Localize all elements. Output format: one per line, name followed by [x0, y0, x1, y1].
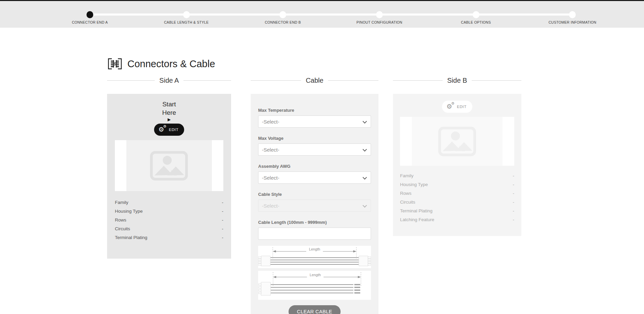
side-b-image-panel — [400, 117, 514, 166]
step-dot-icon — [569, 11, 576, 18]
divider — [183, 80, 231, 81]
step-label: CABLE LENGTH & STYLE — [164, 20, 208, 24]
property-value: - — [222, 209, 224, 214]
stepper: CONNECTOR END A CABLE LENGTH & STYLE CON… — [42, 1, 621, 28]
side-a-header: Side A — [107, 76, 231, 85]
gear-icon: ⚙ ⚙ — [446, 103, 454, 110]
cable-style-select-wrap: -Select- — [258, 200, 371, 212]
cable-card: Max Temperature -Select- Max Voltage -Se… — [251, 94, 378, 314]
start-here-line2: Here — [115, 108, 223, 117]
property-label: Housing Type — [400, 182, 428, 187]
stepper-step-customer-information[interactable]: CUSTOMER INFORMATION — [524, 1, 621, 28]
side-b-header: Side B — [393, 76, 521, 85]
property-value: - — [513, 208, 515, 213]
cable-header: Cable — [251, 76, 378, 85]
cable-diagram-both-connectors: Length — [258, 246, 371, 268]
property-row: Rows - — [400, 189, 514, 198]
max-voltage-select-wrap: -Select- — [258, 143, 371, 156]
assembly-awg-field: Assembly AWG -Select- — [258, 164, 371, 184]
cable-length-input[interactable] — [258, 228, 371, 240]
cable-style-select: -Select- — [258, 200, 371, 212]
side-b-title: Side B — [447, 77, 467, 84]
max-temperature-label: Max Temperature — [258, 108, 371, 113]
start-here-line1: Start — [115, 100, 223, 108]
side-a-edit-button[interactable]: ⚙ ⚙ EDIT — [154, 124, 184, 136]
side-a-image-panel — [115, 140, 223, 191]
divider — [251, 80, 301, 81]
property-label: Circuits — [400, 200, 415, 205]
side-a-column: Side A Start Here ▶ ⚙ ⚙ EDIT — [107, 76, 231, 259]
step-dot-icon — [376, 11, 383, 18]
property-label: Housing Type — [115, 209, 143, 214]
image-placeholder-icon — [150, 151, 188, 181]
property-row: Circuits - — [400, 198, 514, 206]
max-voltage-select[interactable]: -Select- — [258, 143, 371, 156]
property-row: Rows - — [115, 215, 223, 224]
divider — [107, 80, 155, 81]
property-row: Housing Type - — [400, 180, 514, 189]
edit-button-label: EDIT — [457, 105, 467, 109]
property-row: Family - — [400, 171, 514, 180]
page-title: Connectors & Cable — [127, 58, 215, 70]
side-a-properties: Family - Housing Type - Rows - Circuits … — [115, 198, 223, 242]
divider — [393, 80, 443, 81]
max-temperature-select-wrap: -Select- — [258, 115, 371, 128]
property-label: Terminal Plating — [115, 235, 147, 240]
side-a-image-placeholder — [126, 140, 212, 191]
max-voltage-label: Max Voltage — [258, 136, 371, 141]
assembly-awg-label: Assembly AWG — [258, 164, 371, 169]
assembly-awg-select[interactable]: -Select- — [258, 172, 371, 184]
property-row: Latching Feature - — [400, 215, 514, 224]
step-dot-icon — [183, 11, 190, 18]
cable-title: Cable — [306, 77, 323, 84]
side-b-edit-button[interactable]: ⚙ ⚙ EDIT — [442, 101, 472, 113]
step-label: CABLE OPTIONS — [461, 20, 491, 24]
divider — [472, 80, 521, 81]
assembly-awg-select-wrap: -Select- — [258, 172, 371, 184]
property-row: Terminal Plating - — [400, 206, 514, 215]
cable-column: Cable Max Temperature -Select- Max Volta… — [251, 76, 378, 314]
property-label: Terminal Plating — [400, 208, 432, 213]
stepper-step-cable-length-style[interactable]: CABLE LENGTH & STYLE — [138, 1, 235, 28]
side-b-image-placeholder — [412, 117, 502, 166]
side-b-column: Side B ⚙ ⚙ EDIT Family - — [393, 76, 521, 236]
property-value: - — [222, 226, 224, 231]
property-label: Latching Feature — [400, 217, 434, 222]
property-row: Terminal Plating - — [115, 233, 223, 242]
cable-style-label: Cable Style — [258, 192, 371, 197]
stepper-step-pinout-configuration[interactable]: PINOUT CONFIGURATION — [331, 1, 428, 28]
stepper-step-connector-end-a[interactable]: CONNECTOR END A — [42, 1, 138, 28]
step-dot-icon — [473, 11, 479, 18]
cable-style-field: Cable Style -Select- — [258, 192, 371, 212]
step-label: PINOUT CONFIGURATION — [356, 20, 402, 24]
property-row: Family - — [115, 198, 223, 207]
property-value: - — [513, 182, 515, 187]
max-temperature-field: Max Temperature -Select- — [258, 108, 371, 128]
step-dot-icon — [279, 11, 286, 18]
cable-length-label: Cable Length (100mm - 9999mm) — [258, 220, 371, 225]
side-b-card: ⚙ ⚙ EDIT Family - Housing Type - — [393, 94, 521, 236]
progress-stepper-bar: CONNECTOR END A CABLE LENGTH & STYLE CON… — [0, 0, 644, 28]
clear-cable-button[interactable]: CLEAR CABLE — [289, 305, 341, 314]
divider — [328, 80, 378, 81]
stepper-step-connector-end-b[interactable]: CONNECTOR END B — [234, 1, 331, 28]
property-value: - — [513, 200, 515, 205]
step-dot-active-icon — [86, 11, 93, 18]
side-a-card: Start Here ▶ ⚙ ⚙ EDIT Family - — [107, 94, 231, 259]
max-temperature-select[interactable]: -Select- — [258, 115, 371, 128]
length-dimension-label: Length — [309, 247, 320, 251]
property-label: Circuits — [115, 226, 130, 231]
property-row: Circuits - — [115, 224, 223, 233]
property-label: Rows — [400, 191, 412, 196]
property-value: - — [513, 217, 515, 222]
step-label: CUSTOMER INFORMATION — [548, 20, 596, 24]
property-value: - — [513, 191, 515, 196]
connectors-icon — [107, 58, 123, 70]
image-placeholder-icon — [438, 127, 476, 156]
stepper-step-cable-options[interactable]: CABLE OPTIONS — [428, 1, 524, 28]
cable-diagram-single-connector: Length — [258, 271, 371, 300]
side-b-properties: Family - Housing Type - Rows - Circuits … — [400, 171, 514, 224]
property-value: - — [513, 173, 515, 178]
property-label: Rows — [115, 217, 126, 223]
max-voltage-field: Max Voltage -Select- — [258, 136, 371, 156]
